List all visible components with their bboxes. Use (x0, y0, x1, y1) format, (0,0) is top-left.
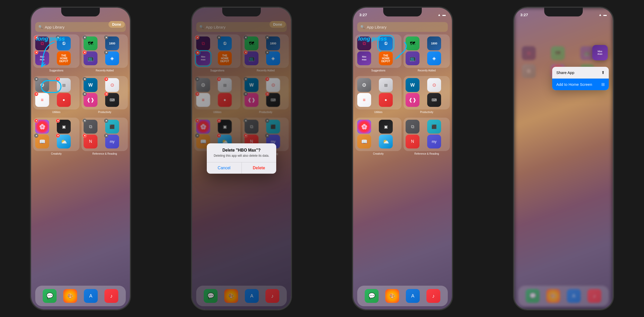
x-badge-shazam-1[interactable]: ✕ (104, 50, 108, 54)
dock-messages-1[interactable]: 💬 (43, 289, 57, 303)
grid-creativity-1: 🌸 ✕ ▣ ✕ 📖 ✕ (35, 120, 77, 148)
x-badge-maps-1[interactable]: ✕ (83, 35, 87, 40)
share-icon-4: ⬆ (601, 70, 605, 75)
delete-badge-keewordz-1[interactable]: ✕ (104, 92, 108, 96)
section-label-utilities-3: Utilities (355, 111, 401, 114)
dock-appstore-3[interactable]: A (406, 289, 420, 303)
section-utilities-3: ⚙ ▤ ≡ ● Utilities (355, 76, 401, 109)
delete-badge-weather-1[interactable]: ✕ (56, 134, 60, 138)
phone-frame-3: 3:27 ▲ ▬ 🔍 App Library long press (352, 7, 453, 310)
x-badge-layers-1[interactable]: ✕ (83, 119, 87, 123)
section-label-reference-1: Reference & Reading (82, 152, 128, 155)
section-label-utilities-1: Utilities (33, 111, 79, 114)
phone-frame-2: Done 🔍 App Library ⧉ ✕ ① (191, 7, 292, 310)
x-badge-ibooks-1[interactable]: ✕ (34, 134, 38, 138)
section-productivity-1: W ✕ ⊙ ✕ ❰❱ ✕ ⌨ (82, 76, 128, 109)
notch-1 (61, 8, 100, 16)
section-label-recently-3: Recently Added (404, 69, 450, 72)
delete-badge-hbo-1[interactable]: ✕ (34, 50, 38, 54)
app-slot-8: ◈ ✕ (105, 51, 126, 65)
app-sections-3: ⧉ ① hbomax THEHOMEDEPOT (355, 34, 450, 286)
app-slot-7: 📺 ✕ (84, 51, 104, 65)
x-badge-myfit-1[interactable]: ✕ (104, 134, 108, 138)
section-label-suggestions-3: Suggestions (355, 69, 401, 72)
section-reference-1: ⧉ ✕ ⬛ ✕ N ✕ my (82, 118, 128, 151)
phone-screen-3: 3:27 ▲ ▬ 🔍 App Library long press (353, 8, 452, 309)
dialog-title-2: Delete "HBO Max"? (207, 143, 276, 154)
delete-badge-col2-1[interactable]: ✕ (104, 77, 108, 81)
phone-frame-4: ⧉ 🗺 📺 ⚙ 🌸 💬 3:27 ▲ ▬ hbo max (513, 7, 614, 310)
app-1800-3[interactable]: 1800 (427, 36, 441, 50)
share-app-label-4: Share App (556, 70, 574, 75)
grid-reference-1: ⧉ ✕ ⬛ ✕ N ✕ my (84, 120, 126, 148)
dock-appstore-4: A (567, 289, 581, 303)
dock-1: 💬 🎨 A ♪ (35, 286, 126, 306)
phone-4: ⧉ 🗺 📺 ⚙ 🌸 💬 3:27 ▲ ▬ hbo max (483, 0, 644, 317)
grid-recently-1: 🗺 ✕ 1800 ✕ (84, 36, 126, 65)
phone-3: 3:27 ▲ ▬ 🔍 App Library long press (322, 0, 483, 317)
dialog-message-2: Deleting this app will also delete its d… (207, 154, 276, 162)
wifi-status-icon-4: ▲ (598, 13, 602, 17)
notch-3 (383, 8, 422, 16)
delete-badge-photos-1[interactable]: ✕ (34, 119, 38, 123)
dock-3: 💬 🎨 A ♪ (357, 286, 448, 306)
row-utilities-3: ⚙ ▤ ≡ ● Utilities W ⊙ ❰❱ ⌨ (355, 76, 450, 109)
phone-screen-4: ⧉ 🗺 📺 ⚙ 🌸 💬 3:27 ▲ ▬ hbo max (514, 8, 613, 309)
phone-2: Done 🔍 App Library ⧉ ✕ ① (161, 0, 322, 317)
delete-badge-twitch-1[interactable]: ✕ (83, 50, 87, 54)
app-shazam-3[interactable]: ◈ (427, 51, 441, 65)
phone-frame-1: Done 🔍 App Library long press (30, 7, 131, 310)
status-icons-4: ▲ ▬ (598, 13, 607, 17)
app-slot-6: 1800 ✕ (105, 36, 126, 50)
section-label-reference-3: Reference & Reading (404, 152, 450, 155)
context-add-home-4[interactable]: Add to Home Screen ⊞ (552, 79, 609, 90)
app-todolist-1[interactable]: ● (57, 93, 71, 107)
dock-appstore-1[interactable]: A (84, 289, 98, 303)
dialog-actions-2: Cancel Delete (207, 162, 276, 174)
x-badge-1800-1[interactable]: ✕ (104, 35, 108, 40)
add-home-label-4: Add to Home Screen (556, 82, 592, 87)
x-badge-files-1[interactable]: ✕ (104, 119, 108, 123)
dock-music-3[interactable]: ♪ (426, 289, 440, 303)
row-creativity-1: 🌸 ✕ ▣ ✕ 📖 ✕ (33, 118, 128, 151)
dialog-delete-button-2[interactable]: Delete (242, 162, 276, 174)
dock-messages-4: 💬 (526, 289, 540, 303)
section-recently-3: 🗺 1800 📺 ◈ Recently Added (404, 34, 450, 68)
delete-badge-news-1[interactable]: ✕ (83, 134, 87, 138)
app-hbomax-3[interactable]: hbomax (357, 51, 371, 65)
dialog-cancel-button-2[interactable]: Cancel (207, 162, 242, 174)
done-button-1[interactable]: Done (109, 21, 125, 28)
section-label-productivity-1: Productivity (82, 111, 128, 114)
app-settings-3[interactable]: ⚙ (357, 78, 371, 92)
dock-messages-3[interactable]: 💬 (365, 289, 379, 303)
section-reference-3: ⧉ ⬛ N my Reference & Reading (404, 118, 450, 151)
dialog-box-2: Delete "HBO Max"? Deleting this app will… (207, 143, 276, 174)
delete-badge-canvas-1[interactable]: ✕ (56, 119, 60, 123)
dock-game-1[interactable]: 🎨 (63, 289, 77, 303)
context-share-app-4[interactable]: Share App ⬆ (552, 67, 609, 78)
phone-screen-2: Done 🔍 App Library ⧉ ✕ ① (192, 8, 291, 309)
search-bar-3[interactable]: 🔍 App Library (357, 22, 448, 32)
delete-badge-reminders-1[interactable]: ✕ (34, 92, 38, 96)
section-recently-1: 🗺 ✕ 1800 ✕ (82, 34, 128, 68)
wifi-status-icon-3: ▲ (437, 13, 441, 17)
dock-game-4: 🎨 (546, 289, 560, 303)
x-badge-workflow-1[interactable]: ✕ (83, 92, 87, 96)
context-menu-4: Share App ⬆ Add to Home Screen ⊞ (552, 67, 609, 90)
search-icon-1: 🔍 (38, 25, 43, 29)
add-home-icon-4: ⊞ (601, 82, 605, 87)
section-creativity-3: 🌸 ▣ 📖 ⛅ Creativity (355, 118, 401, 151)
section-label-creativity-3: Creativity (355, 152, 401, 155)
arrow-annotation-1 (39, 40, 62, 73)
phone-screen-1: Done 🔍 App Library long press (31, 8, 130, 309)
dock-music-1[interactable]: ♪ (104, 289, 118, 303)
x-badge-settings-1[interactable]: ✕ (34, 77, 38, 81)
x-badge-wordpress-1[interactable]: ✕ (83, 77, 87, 81)
hbomax-floating-4: hbo max (592, 45, 608, 60)
battery-icon-3: ▬ (442, 13, 446, 17)
battery-icon-4: ▬ (603, 13, 607, 17)
teal-circle-highlight-1 (41, 80, 61, 93)
dock-game-3[interactable]: 🎨 (385, 289, 399, 303)
grid-recently-3: 🗺 1800 📺 ◈ (406, 36, 448, 65)
arrow-annotation-3 (379, 40, 410, 66)
